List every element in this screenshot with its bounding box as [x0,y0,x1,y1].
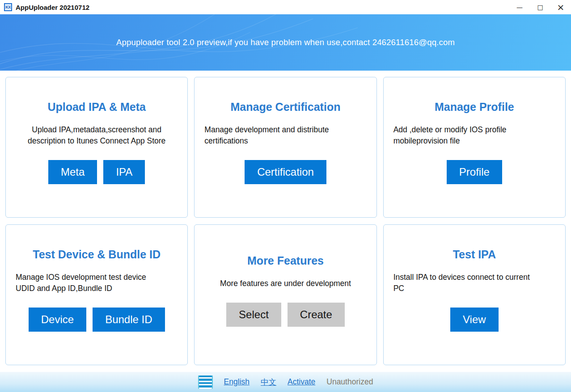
close-icon[interactable]: × [550,0,571,14]
card-title: Manage Profile [435,101,514,114]
card-description: More features are under development [220,278,351,289]
authorization-status: Unauthorized [326,377,373,387]
card-more-features: More Features More features are under de… [194,224,376,365]
card-description: Manage development and distribute certif… [204,124,329,147]
footer-link-activate[interactable]: Activate [288,377,315,387]
card-manage-profile: Manage Profile Add ,delete or modify IOS… [383,77,566,218]
window-title: AppUploader 20210712 [16,4,89,11]
maximize-icon[interactable]: □ [530,0,550,14]
card-buttons: Device Bundle ID [29,308,165,332]
card-description: Upload IPA,metadata,screenshot and descr… [28,124,165,147]
banner-message: Appuploader tool 2.0 preview,if you have… [116,38,455,47]
banner: Appuploader tool 2.0 preview,if you have… [0,14,571,71]
card-title: More Features [247,254,324,267]
create-button[interactable]: Create [288,303,345,327]
app-window: KX AppUploader 20210712 — □ × Appuploade… [0,0,571,392]
ipa-button[interactable]: IPA [103,160,145,184]
view-button[interactable]: View [450,308,499,332]
select-button[interactable]: Select [226,303,281,327]
card-manage-certification: Manage Certification Manage development … [194,77,376,218]
card-test-device-bundle-id: Test Device & Bundle ID Manage IOS devel… [5,224,188,365]
card-buttons: Certification [245,160,326,184]
footer: English 中文 Activate Unauthorized [0,372,571,392]
card-title: Test IPA [453,248,496,261]
card-buttons: Meta IPA [48,160,145,184]
footer-link-english[interactable]: English [224,377,250,387]
minimize-icon[interactable]: — [509,0,530,14]
card-description: Manage IOS development test device UDID … [16,272,146,294]
card-buttons: Profile [447,160,502,184]
card-buttons: Select Create [226,303,345,327]
card-description: Install IPA to devices connect to curren… [393,272,530,294]
window-controls: — □ × [509,0,571,14]
card-title: Manage Certification [231,101,341,114]
card-test-ipa: Test IPA Install IPA to devices connect … [383,224,566,365]
card-title: Upload IPA & Meta [47,101,145,114]
profile-button[interactable]: Profile [447,160,502,184]
menu-icon[interactable] [198,375,213,389]
card-buttons: View [450,308,499,332]
titlebar: KX AppUploader 20210712 — □ × [0,0,571,14]
cards-grid: Upload IPA & Meta Upload IPA,metadata,sc… [0,71,571,372]
app-logo-icon: KX [4,3,12,11]
footer-link-chinese[interactable]: 中文 [261,377,276,388]
certification-button[interactable]: Certification [245,160,326,184]
meta-button[interactable]: Meta [48,160,97,184]
card-upload-ipa-meta: Upload IPA & Meta Upload IPA,metadata,sc… [5,77,188,218]
card-title: Test Device & Bundle ID [33,248,161,261]
card-description: Add ,delete or modify IOS profile mobile… [393,124,507,147]
bundle-id-button[interactable]: Bundle ID [93,308,165,332]
device-button[interactable]: Device [29,308,86,332]
